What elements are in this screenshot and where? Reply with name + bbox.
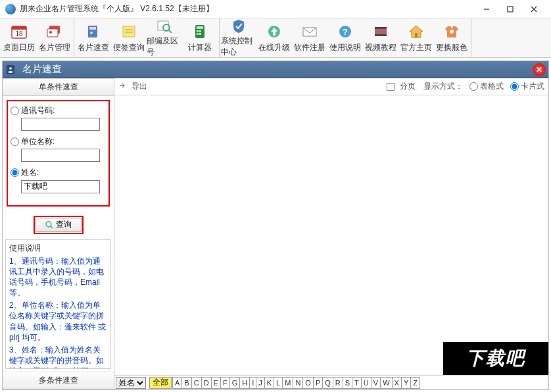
- svg-rect-21: [197, 30, 199, 32]
- criteria-name-label[interactable]: 姓名:: [11, 167, 106, 178]
- display-mode-label: 显示方式：: [423, 81, 463, 92]
- postcode-button[interactable]: 邮编及区号: [147, 18, 182, 57]
- export-button[interactable]: 导出: [132, 81, 147, 92]
- table-mode-radio[interactable]: 表格式: [469, 81, 504, 92]
- criteria-box: 通讯号码:单位名称:姓名:: [7, 100, 110, 207]
- letter-filter-W[interactable]: W: [380, 377, 392, 389]
- home-icon: [406, 22, 427, 41]
- query-button-label: 查询: [56, 219, 72, 230]
- svg-rect-31: [375, 34, 387, 36]
- svg-rect-11: [89, 27, 96, 30]
- letter-filter-K[interactable]: K: [264, 377, 274, 389]
- quick-search-panel: 名片速查 ✕ 单条件速查 通讯号码:单位名称:姓名: 查询 使用说明 1、通讯号…: [2, 61, 549, 390]
- panel-header: 名片速查 ✕: [3, 61, 548, 78]
- svg-rect-22: [199, 30, 201, 32]
- book-icon: [83, 22, 104, 41]
- svg-point-33: [450, 30, 454, 34]
- paging-label: 分页: [400, 81, 416, 92]
- svg-line-18: [169, 30, 172, 33]
- single-criteria-header[interactable]: 单条件速查: [3, 78, 114, 96]
- letter-filter-Q[interactable]: Q: [322, 377, 333, 389]
- letter-filter-V[interactable]: V: [371, 377, 381, 389]
- letter-filter-H[interactable]: H: [239, 377, 250, 389]
- criteria-name-radio[interactable]: [11, 168, 19, 177]
- letter-filter-M[interactable]: M: [282, 377, 293, 389]
- system-control-button[interactable]: 系统控制中心: [221, 18, 256, 57]
- svg-rect-13: [123, 26, 135, 37]
- arrowup-icon: [264, 22, 285, 41]
- video-tutorial-button[interactable]: 视频教程: [363, 18, 398, 57]
- help-paragraph: 3、姓名：输入值为姓名关键字或关键字的拼音码。如输入：卫刚 或 wg 均可: [9, 345, 107, 369]
- svg-text:?: ?: [343, 27, 348, 37]
- letter-filter-R[interactable]: R: [333, 377, 343, 389]
- change-skin-button[interactable]: 更换服色: [434, 18, 469, 57]
- help-icon: ?: [335, 22, 356, 41]
- svg-rect-8: [47, 29, 58, 37]
- results-area: www.xiazaiba.com 下载吧: [114, 95, 548, 375]
- criteria-phone-radio[interactable]: [11, 107, 19, 115]
- mag-icon: [154, 18, 175, 34]
- app-icon: [5, 4, 16, 14]
- maximize-button[interactable]: [498, 0, 522, 18]
- letter-filter-B[interactable]: B: [181, 377, 191, 389]
- shield-icon: [228, 18, 249, 34]
- letter-filter-Z[interactable]: Z: [410, 377, 420, 389]
- criteria-company-label[interactable]: 单位名称:: [11, 136, 106, 147]
- filter-field-select[interactable]: 姓名: [116, 377, 146, 389]
- letter-filter-D[interactable]: D: [201, 377, 212, 389]
- letter-filter-U[interactable]: U: [361, 377, 371, 389]
- panel-icon: [5, 63, 18, 76]
- letter-filter-N[interactable]: N: [293, 377, 303, 389]
- letter-filter-L[interactable]: L: [274, 377, 283, 389]
- calc-icon: [189, 22, 210, 41]
- card-manage-button[interactable]: 名片管理: [37, 18, 72, 57]
- criteria-name-input[interactable]: [21, 180, 100, 193]
- card-quicksearch-button[interactable]: 名片速查: [76, 18, 111, 57]
- online-upgrade-button[interactable]: 在线升级: [256, 18, 292, 57]
- panel-close-button[interactable]: ✕: [533, 63, 546, 76]
- note-search-button[interactable]: 便签查询: [111, 18, 147, 57]
- envelope-icon: [299, 22, 320, 41]
- calculator-button[interactable]: 计算器: [182, 18, 218, 57]
- letter-filter-J[interactable]: J: [256, 377, 265, 389]
- main-toolbar: 18桌面日历名片管理名片速查便签查询邮编及区号计算器系统控制中心在线升级软件注册…: [0, 18, 551, 58]
- letter-filter-A[interactable]: A: [172, 377, 182, 389]
- card-mode-radio[interactable]: 卡片式: [510, 81, 544, 92]
- filter-all-button[interactable]: 全部: [149, 377, 172, 389]
- search-icon: [45, 220, 54, 230]
- letter-filter-O[interactable]: O: [302, 377, 314, 389]
- letter-filter-X[interactable]: X: [392, 377, 402, 389]
- letter-filter-G[interactable]: G: [229, 377, 241, 389]
- letter-filter-F[interactable]: F: [220, 377, 230, 389]
- letter-filter-E[interactable]: E: [211, 377, 221, 389]
- usage-help-button[interactable]: ?使用说明: [327, 18, 363, 57]
- software-register-button[interactable]: 软件注册: [292, 18, 327, 57]
- criteria-company-input[interactable]: [21, 149, 100, 162]
- svg-point-37: [46, 222, 51, 227]
- help-box: 使用说明 1、通讯号码：输入值为通讯工具中录入的号码，如电话号码，手机号码，Em…: [5, 239, 111, 370]
- svg-rect-36: [9, 71, 12, 73]
- paging-checkbox[interactable]: [387, 83, 395, 91]
- svg-rect-23: [197, 33, 199, 35]
- letter-filter-T[interactable]: T: [352, 377, 362, 389]
- help-title: 使用说明: [9, 243, 107, 254]
- minimize-button[interactable]: [475, 0, 498, 18]
- right-toolbar: 导出 分页 显示方式： 表格式 卡片式: [114, 78, 548, 95]
- close-button[interactable]: [522, 0, 546, 18]
- note-icon: [118, 22, 139, 41]
- criteria-phone-input[interactable]: [21, 118, 100, 131]
- letter-filter-S[interactable]: S: [343, 377, 352, 389]
- desktop-calendar-button[interactable]: 18桌面日历: [1, 18, 37, 57]
- cards-icon: [44, 22, 65, 41]
- letter-filter-Y[interactable]: Y: [401, 377, 411, 389]
- official-site-button[interactable]: 官方主页: [398, 18, 434, 57]
- help-paragraph: 2、单位名称：输入值为单位名称关键字或关键字的拼音码。如输入：蓬来软件 或 pl…: [9, 300, 107, 343]
- criteria-phone-label[interactable]: 通讯号码:: [11, 105, 106, 116]
- multi-criteria-header[interactable]: 多条件速查: [3, 372, 114, 389]
- criteria-company-radio[interactable]: [11, 137, 19, 146]
- shirt-icon: [441, 22, 462, 41]
- letter-filter-C[interactable]: C: [191, 377, 202, 389]
- film-icon: [370, 22, 391, 41]
- letter-filter-P[interactable]: P: [313, 377, 323, 389]
- query-button[interactable]: 查询: [36, 218, 82, 232]
